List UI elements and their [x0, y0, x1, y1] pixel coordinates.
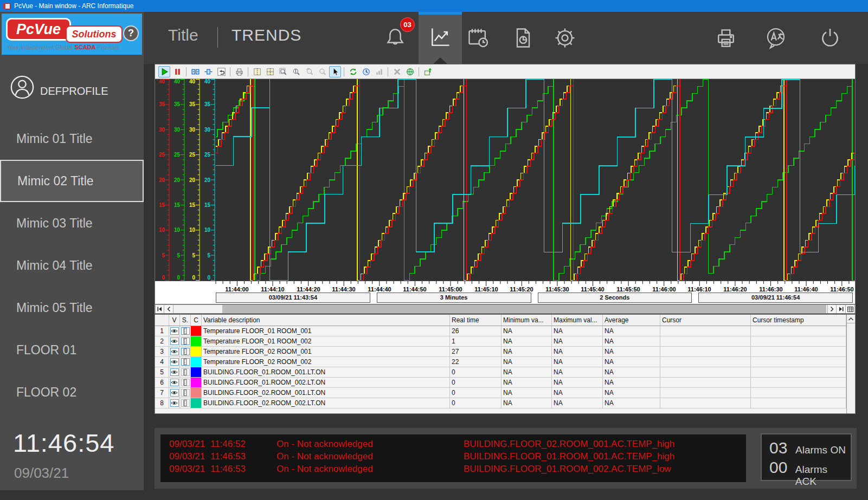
pause-button[interactable] [171, 66, 183, 77]
sidebar-item[interactable]: Mimic 05 Title [0, 287, 144, 329]
cell-scale[interactable] [180, 326, 191, 336]
cell-visibility[interactable] [169, 367, 180, 377]
column-header[interactable]: Variable description [202, 315, 450, 326]
print-button[interactable] [714, 26, 738, 50]
table-row[interactable]: 5BUILDING.FLOOR_01.ROOM_001.LT.ON0NANANA [155, 367, 846, 378]
cell-scale[interactable] [180, 388, 191, 398]
cell-color-swatch[interactable] [191, 347, 202, 356]
trend-series-line [216, 79, 855, 281]
column-header[interactable]: Minimum va... [501, 315, 552, 326]
cell-color-swatch[interactable] [191, 378, 202, 387]
sidebar-item[interactable]: Mimic 03 Title [0, 202, 144, 244]
report-button[interactable] [511, 26, 535, 50]
table-row[interactable]: 8BUILDING.FLOOR_02.ROOM_002.LT.ON0NANANA [155, 398, 846, 408]
cell-average: NA [603, 367, 660, 377]
play-button[interactable] [158, 66, 170, 77]
column-header[interactable]: Cursor [660, 315, 751, 326]
cursor-button[interactable] [329, 66, 341, 77]
table-vertical-scrollbar[interactable] [846, 315, 855, 413]
cell-visibility[interactable] [169, 388, 180, 398]
user-profile[interactable]: DEFPROFILE [10, 75, 108, 100]
scroll-last-button[interactable] [837, 305, 846, 313]
cell-visibility[interactable] [169, 378, 180, 387]
expand-x-button[interactable] [202, 66, 214, 77]
cell-scale[interactable] [180, 378, 191, 387]
column-header[interactable]: Average [603, 315, 660, 326]
globe-button[interactable] [404, 66, 416, 77]
export-button[interactable] [422, 66, 434, 77]
table-row[interactable]: 1Temperature FLOOR_01 ROOM_00126NANANA [155, 326, 846, 336]
language-button[interactable] [764, 26, 788, 50]
cell-visibility[interactable] [169, 398, 180, 408]
y-axis-tick-label: 20 [189, 178, 195, 183]
sidebar-item[interactable]: FLOOR 02 [0, 371, 144, 413]
column-header[interactable]: Maximum val... [552, 315, 603, 326]
sampling-box[interactable]: 2 Seconds [538, 293, 692, 303]
cell-color-swatch[interactable] [191, 326, 202, 336]
logout-button[interactable] [818, 26, 842, 50]
scroll-left-button[interactable] [164, 305, 173, 313]
column-header[interactable]: S. [180, 315, 191, 326]
panel-grid-button[interactable] [264, 66, 276, 77]
scroll-first-button[interactable] [155, 305, 164, 313]
print-button[interactable] [233, 66, 245, 77]
table-row[interactable]: 6BUILDING.FLOOR_01.ROOM_002.LT.ON0NANANA [155, 378, 846, 388]
zoom-undo-button[interactable] [303, 66, 315, 77]
cell-color-swatch[interactable] [191, 367, 202, 377]
plot-area[interactable] [216, 79, 855, 281]
alarm-row[interactable]: 09/03/2111:46:52On - Not acknowledgedBUI… [160, 438, 746, 450]
alarm-count-badge[interactable]: 03 [400, 17, 415, 32]
cell-visibility[interactable] [169, 347, 180, 356]
column-header[interactable]: C [191, 315, 202, 326]
sidebar-item[interactable]: Mimic 02 Title [0, 160, 144, 202]
end-timestamp-box[interactable]: 03/09/21 11:46:54 [698, 293, 853, 303]
cell-visibility[interactable] [169, 336, 180, 346]
zoom-area-button[interactable] [277, 66, 289, 77]
cell-scale[interactable] [180, 336, 191, 346]
panel-split-button[interactable] [251, 66, 263, 77]
column-header[interactable]: Cursor timestamp [751, 315, 846, 326]
sidebar-item[interactable]: Mimic 01 Title [0, 118, 144, 160]
cell-color-swatch[interactable] [191, 398, 202, 408]
table-row[interactable]: 4Temperature FLOOR_02 ROOM_00222NANANA [155, 357, 846, 367]
scheduler-button[interactable] [466, 26, 490, 50]
table-row[interactable]: 7BUILDING.FLOOR_02.ROOM_001.LT.ON0NANANA [155, 388, 846, 398]
help-button[interactable]: ? [123, 25, 139, 41]
duration-box[interactable]: 3 Minutes [377, 293, 531, 303]
refresh-button[interactable] [347, 66, 359, 77]
world-clock-button[interactable] [360, 66, 372, 77]
scroll-right-button[interactable] [827, 305, 837, 313]
trend-chart[interactable]: 4035302520151050403530252015105040353025… [155, 79, 855, 281]
sidebar-item[interactable]: Mimic 04 Title [0, 244, 144, 287]
scroll-thumb[interactable] [222, 305, 826, 313]
alarm-row[interactable]: 09/03/2111:46:53On - Not acknowledgedBUI… [160, 463, 746, 475]
cell-scale[interactable] [180, 367, 191, 377]
table-row[interactable]: 3Temperature FLOOR_02 ROOM_00127NANANA [155, 347, 846, 357]
cell-scale[interactable] [180, 398, 191, 408]
table-scroll-up-button[interactable] [847, 315, 855, 323]
tools-button[interactable] [391, 66, 403, 77]
scroll-track[interactable] [173, 305, 827, 313]
start-timestamp-box[interactable]: 03/09/21 11:43:54 [216, 293, 370, 303]
zoom-free-button[interactable] [316, 66, 328, 77]
compress-x-button[interactable] [189, 66, 201, 77]
cell-scale[interactable] [180, 357, 191, 367]
cell-visibility[interactable] [169, 357, 180, 367]
column-header[interactable]: Real time [450, 315, 501, 326]
cell-visibility[interactable] [169, 326, 180, 336]
zoom-time-button[interactable] [290, 66, 302, 77]
settings-button[interactable] [553, 26, 577, 50]
cell-scale[interactable] [180, 347, 191, 356]
column-header[interactable]: V [169, 315, 180, 326]
tab-trends[interactable] [419, 12, 462, 64]
alarm-row[interactable]: 09/03/2111:46:53On - Not acknowledgedBUI… [160, 450, 746, 463]
table-layout-button[interactable] [846, 305, 855, 313]
cell-color-swatch[interactable] [191, 388, 202, 398]
column-header[interactable] [155, 315, 169, 326]
undo-button[interactable] [215, 66, 227, 77]
table-row[interactable]: 2Temperature FLOOR_01 ROOM_0021NANANA [155, 336, 846, 347]
sidebar-item[interactable]: FLOOR 01 [0, 329, 144, 371]
chart-settings-button[interactable] [373, 66, 385, 77]
cell-color-swatch[interactable] [191, 357, 202, 367]
cell-color-swatch[interactable] [191, 336, 202, 346]
